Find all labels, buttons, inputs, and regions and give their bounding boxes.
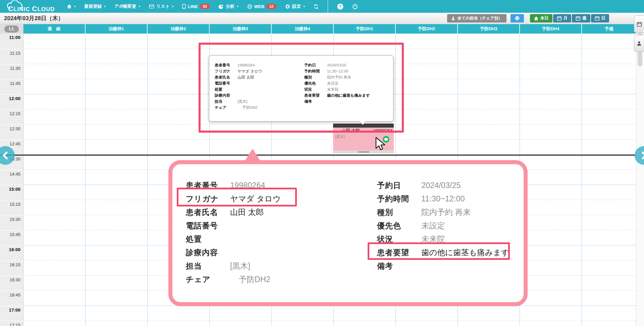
schedule-cell[interactable]: [520, 321, 582, 326]
mini-calendar-tab[interactable]: [634, 15, 644, 33]
schedule-cell[interactable]: [582, 154, 636, 170]
schedule-cell[interactable]: [86, 139, 147, 154]
schedule-cell[interactable]: [23, 200, 85, 215]
schedule-cell[interactable]: [520, 185, 582, 200]
schedule-cell[interactable]: [86, 230, 147, 245]
schedule-cell[interactable]: [582, 275, 636, 290]
schedule-cell[interactable]: [582, 200, 636, 215]
schedule-cell[interactable]: [582, 124, 636, 139]
schedule-cell[interactable]: [582, 260, 636, 275]
schedule-cell[interactable]: [86, 34, 147, 49]
schedule-cell[interactable]: [23, 79, 85, 94]
schedule-cell[interactable]: [582, 185, 636, 200]
schedule-cell[interactable]: [23, 275, 85, 290]
month-view-button[interactable]: 月: [553, 14, 572, 22]
schedule-cell[interactable]: [582, 290, 636, 306]
schedule-cell[interactable]: [148, 139, 209, 154]
schedule-cell[interactable]: [272, 306, 333, 321]
nav-item-settings[interactable]: 設定▾: [281, 0, 309, 13]
schedule-cell[interactable]: [396, 49, 458, 64]
schedule-cell[interactable]: [458, 49, 520, 64]
schedule-cell[interactable]: [582, 245, 636, 260]
schedule-cell[interactable]: [582, 321, 636, 326]
schedule-cell[interactable]: [520, 34, 582, 49]
schedule-cell[interactable]: [23, 215, 85, 230]
schedule-cell[interactable]: [582, 79, 636, 94]
schedule-cell[interactable]: [520, 94, 582, 109]
schedule-cell[interactable]: [396, 94, 458, 109]
print-button[interactable]: [511, 14, 524, 22]
schedule-cell[interactable]: [520, 49, 582, 64]
today-view-button[interactable]: 本日: [530, 14, 552, 22]
schedule-cell[interactable]: [86, 94, 147, 109]
schedule-cell[interactable]: [458, 94, 520, 109]
schedule-cell[interactable]: [582, 230, 636, 245]
schedule-cell[interactable]: [86, 215, 147, 230]
schedule-cell[interactable]: [86, 200, 147, 215]
schedule-cell[interactable]: [582, 139, 636, 154]
schedule-cell[interactable]: [458, 109, 520, 124]
schedule-cell[interactable]: [520, 170, 582, 185]
schedule-cell[interactable]: [458, 321, 520, 326]
schedule-cell[interactable]: [210, 321, 271, 326]
schedule-cell[interactable]: [520, 245, 582, 260]
schedule-cell[interactable]: [582, 215, 636, 230]
schedule-cell[interactable]: [23, 34, 85, 49]
schedule-cell[interactable]: [520, 215, 582, 230]
schedule-cell[interactable]: [396, 109, 458, 124]
schedule-cell[interactable]: [86, 109, 147, 124]
schedule-cell[interactable]: [23, 64, 85, 79]
schedule-cell[interactable]: [86, 79, 147, 94]
nav-item-new-registration[interactable]: 新規登録▾: [80, 0, 110, 13]
schedule-cell[interactable]: [520, 139, 582, 154]
schedule-cell[interactable]: [86, 49, 147, 64]
schedule-cell[interactable]: [582, 170, 636, 185]
schedule-cell[interactable]: [86, 245, 147, 260]
schedule-cell[interactable]: [148, 321, 209, 326]
schedule-cell[interactable]: [23, 109, 85, 124]
schedule-cell[interactable]: [582, 64, 636, 79]
schedule-cell[interactable]: [23, 321, 85, 326]
nav-item-line[interactable]: LINE92: [178, 0, 214, 13]
all-staff-by-chair-button[interactable]: 全ての担当（チェア別）: [447, 14, 506, 22]
schedule-cell[interactable]: [86, 290, 147, 306]
schedule-cell[interactable]: [520, 64, 582, 79]
schedule-cell[interactable]: [86, 321, 147, 326]
schedule-cell[interactable]: [582, 49, 636, 64]
nav-item-home[interactable]: ▾: [62, 0, 80, 13]
logout-button[interactable]: [348, 0, 362, 13]
schedule-cell[interactable]: [148, 306, 209, 321]
schedule-cell[interactable]: [86, 170, 147, 185]
nav-item-analysis[interactable]: 分析▾: [214, 0, 243, 13]
schedule-cell[interactable]: [582, 109, 636, 124]
vertical-scrollbar[interactable]: [636, 24, 644, 326]
schedule-cell[interactable]: [396, 124, 458, 139]
schedule-cell[interactable]: [23, 154, 85, 170]
schedule-cell[interactable]: [520, 260, 582, 275]
nav-item-web[interactable]: WEB10: [243, 0, 281, 13]
schedule-cell[interactable]: [23, 49, 85, 64]
schedule-cell[interactable]: [23, 124, 85, 139]
nav-item-appointment-book-change[interactable]: アポ帳変更▾: [110, 0, 145, 13]
schedule-cell[interactable]: [210, 139, 271, 154]
schedule-cell[interactable]: [86, 306, 147, 321]
capacity-badge[interactable]: 1人: [4, 26, 19, 33]
nav-item-refresh[interactable]: [309, 0, 323, 13]
schedule-cell[interactable]: [23, 185, 85, 200]
schedule-cell[interactable]: [396, 321, 458, 326]
schedule-cell[interactable]: [520, 290, 582, 306]
schedule-cell[interactable]: [23, 139, 85, 154]
schedule-cell[interactable]: [23, 260, 85, 275]
week-view-button[interactable]: 週: [572, 14, 590, 22]
schedule-cell[interactable]: [520, 306, 582, 321]
schedule-cell[interactable]: [458, 139, 520, 154]
schedule-cell[interactable]: [458, 64, 520, 79]
nav-item-list[interactable]: リスト▾: [145, 0, 178, 13]
schedule-cell[interactable]: [396, 139, 458, 154]
staff-panel-tab[interactable]: [634, 35, 644, 52]
schedule-cell[interactable]: [458, 306, 520, 321]
schedule-cell[interactable]: [334, 306, 395, 321]
schedule-cell[interactable]: [23, 170, 85, 185]
schedule-cell[interactable]: [582, 306, 636, 321]
schedule-cell[interactable]: [520, 79, 582, 94]
